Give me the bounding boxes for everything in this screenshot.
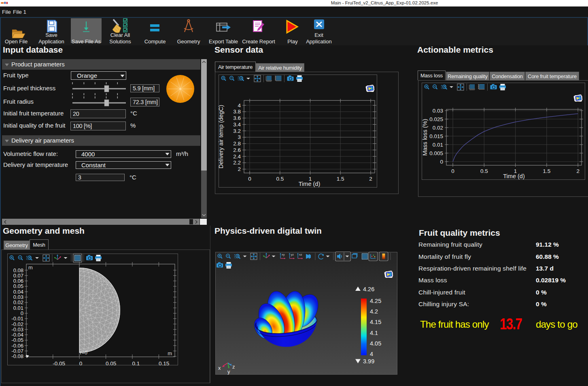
svg-text:0.015: 0.015 — [429, 133, 443, 139]
svg-text:4: 4 — [370, 351, 373, 357]
svg-text:4.1: 4.1 — [370, 330, 378, 336]
svg-text:1.5: 1.5 — [543, 168, 551, 174]
svg-text:0.03: 0.03 — [433, 108, 443, 114]
svg-text:3.6: 3.6 — [233, 115, 241, 121]
svg-text:0.5: 0.5 — [480, 168, 488, 174]
svg-text:0.025: 0.025 — [429, 116, 443, 122]
svg-text:4: 4 — [238, 102, 241, 109]
svg-text:0.5: 0.5 — [276, 176, 284, 182]
svg-text:Mass loss (%): Mass loss (%) — [422, 119, 428, 156]
svg-text:Time (d): Time (d) — [503, 173, 524, 179]
svg-text:-0.05: -0.05 — [53, 360, 65, 367]
svg-text:4.15: 4.15 — [370, 319, 381, 325]
svg-text:3.4: 3.4 — [233, 122, 241, 128]
svg-text:Delivery air temp (degC): Delivery air temp (degC) — [218, 105, 224, 168]
svg-text:0.02: 0.02 — [433, 125, 443, 131]
svg-text:4.2: 4.2 — [370, 308, 378, 315]
svg-text:0.05: 0.05 — [106, 360, 116, 367]
svg-text:0.1: 0.1 — [132, 360, 140, 367]
svg-text:3.2: 3.2 — [233, 128, 241, 134]
svg-text:0: 0 — [248, 176, 251, 182]
svg-text:0: 0 — [451, 168, 454, 174]
svg-text:y: y — [227, 369, 230, 375]
svg-text:2: 2 — [238, 166, 241, 172]
svg-text:4.25: 4.25 — [370, 298, 381, 304]
svg-text:Time (d): Time (d) — [299, 181, 320, 187]
svg-text:xz: xz — [299, 253, 302, 256]
svg-text:-0.08: -0.08 — [11, 353, 23, 359]
svg-text:2.6: 2.6 — [233, 147, 241, 153]
svg-text:m: m — [168, 350, 172, 356]
svg-text:0: 0 — [79, 360, 83, 367]
svg-text:0.01: 0.01 — [433, 142, 443, 148]
svg-text:2.2: 2.2 — [233, 160, 241, 166]
svg-text:yz: yz — [291, 253, 294, 256]
svg-text:0.005: 0.005 — [429, 150, 443, 156]
svg-text:2: 2 — [576, 168, 580, 174]
svg-text:4.05: 4.05 — [370, 340, 381, 347]
svg-text:4.26: 4.26 — [363, 286, 374, 292]
svg-text:1.5: 1.5 — [337, 176, 344, 182]
svg-text:0: 0 — [440, 159, 443, 165]
svg-text:3.8: 3.8 — [233, 109, 241, 115]
svg-text:r=0: r=0 — [80, 350, 87, 356]
svg-text:2.4: 2.4 — [233, 154, 241, 160]
svg-text:2: 2 — [369, 176, 372, 182]
svg-text:m: m — [28, 264, 33, 271]
svg-text:3: 3 — [238, 134, 241, 140]
svg-text:xy: xy — [282, 253, 285, 256]
svg-text:z: z — [232, 364, 235, 370]
svg-text:2.8: 2.8 — [233, 141, 241, 147]
svg-text:3.99: 3.99 — [363, 358, 374, 365]
svg-text:x: x — [218, 365, 221, 371]
svg-text:0.15: 0.15 — [159, 360, 169, 367]
